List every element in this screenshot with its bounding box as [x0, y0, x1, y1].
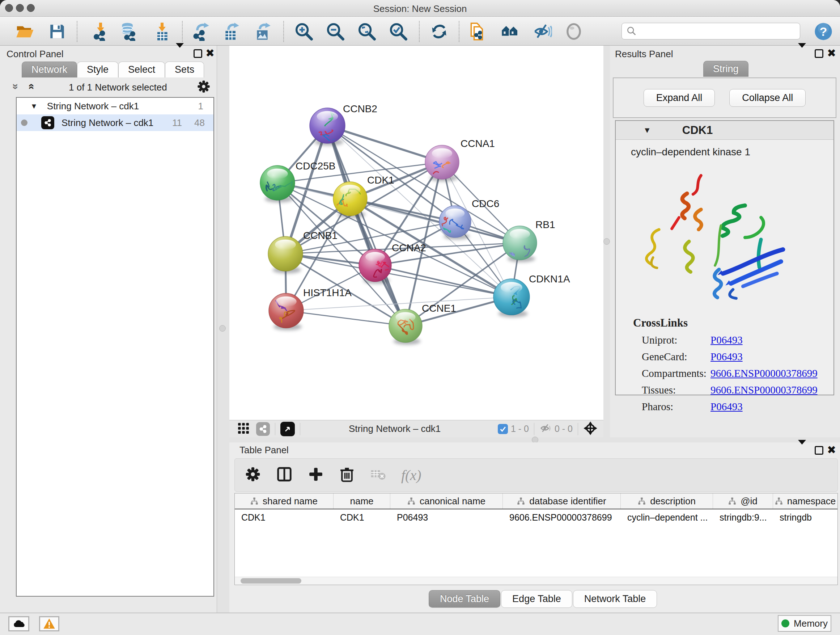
horizontal-splitter[interactable]	[229, 437, 840, 442]
results-panel-menu-icon[interactable]	[798, 48, 806, 58]
string-view-icon[interactable]	[256, 422, 270, 436]
show-graphics-button[interactable]	[564, 21, 584, 42]
tab-network-table[interactable]: Network Table	[573, 590, 657, 608]
import-network-file-button[interactable]	[90, 21, 111, 42]
crosslink-link[interactable]: 9606.ENSP00000378699	[711, 367, 818, 379]
tab-network[interactable]: Network	[22, 62, 77, 78]
control-panel-close-icon[interactable]: ✖	[205, 49, 215, 58]
crosslinks-heading: CrossLinks	[633, 317, 834, 329]
zoom-selected-button[interactable]	[388, 21, 409, 42]
zoom-fit-button[interactable]	[357, 21, 377, 42]
node-label: CDKN1A	[529, 273, 570, 285]
cell-shared-name: CDK1	[235, 512, 333, 523]
column-header[interactable]: shared name	[235, 494, 333, 509]
search-input[interactable]	[637, 26, 789, 37]
crosslink-link[interactable]: P06493	[711, 334, 743, 346]
export-network-button[interactable]	[191, 21, 211, 42]
crosslink-label: Pharos:	[642, 401, 711, 413]
table-horizontal-scrollbar[interactable]	[235, 577, 837, 585]
import-network-database-button[interactable]	[119, 21, 139, 42]
network-graph[interactable]: CCNB2CCNA1CDC25BCDK1CDC6RB1CCNB1CCNA2CDK…	[229, 46, 603, 420]
export-table-button[interactable]	[221, 21, 241, 42]
column-header[interactable]: canonical name	[390, 494, 503, 509]
crosslink-link[interactable]: P06493	[711, 351, 743, 363]
clone-network-button[interactable]	[468, 21, 488, 42]
tree-expand-icon[interactable]: ▼	[30, 102, 38, 111]
protein-section-header[interactable]: ▼ CDK1	[616, 121, 834, 140]
right-splitter-handle[interactable]	[603, 238, 610, 245]
node-label: CDC25B	[295, 160, 335, 172]
zoom-in-button[interactable]	[294, 21, 314, 42]
tab-sets[interactable]: Sets	[165, 62, 204, 78]
results-panel-close-icon[interactable]: ✖	[827, 49, 836, 58]
expand-all-networks-icon[interactable]: »	[24, 84, 36, 90]
export-image-button[interactable]	[252, 21, 272, 42]
network-selection-status: 1 of 1 Network selected	[69, 82, 167, 93]
right-splitter[interactable]	[603, 46, 610, 437]
left-splitter-handle[interactable]	[219, 325, 226, 332]
hide-unhide-button[interactable]	[532, 21, 553, 42]
table-panel: Table Panel ✖	[229, 442, 840, 613]
add-column-icon[interactable]	[308, 466, 324, 484]
control-panel-menu-icon[interactable]	[176, 48, 184, 58]
results-panel-float-icon[interactable]	[815, 49, 823, 58]
toolbar-separator	[182, 21, 183, 42]
tab-string[interactable]: String	[703, 61, 748, 77]
section-collapse-icon[interactable]: ▼	[643, 126, 651, 135]
table-row[interactable]: CDK1 CDK1 P06493 9606.ENSP00000378699 cy…	[235, 509, 837, 525]
string-network-icon	[41, 116, 54, 129]
memory-button[interactable]: Memory	[778, 615, 831, 632]
network-collection-row[interactable]: ▼ String Network – cdk1 1	[17, 98, 213, 114]
cell-namespace: stringdb	[773, 512, 837, 523]
warnings-button[interactable]	[39, 616, 59, 631]
crosslink-link[interactable]: 9606.ENSP00000378699	[711, 384, 818, 396]
scrollbar-thumb[interactable]	[240, 578, 302, 584]
function-builder-icon: f(x)	[401, 467, 422, 484]
tab-style[interactable]: Style	[77, 62, 118, 78]
expand-all-button[interactable]: Expand All	[644, 89, 715, 107]
table-panel-menu-icon[interactable]	[798, 445, 806, 455]
column-header[interactable]: description	[621, 494, 713, 509]
column-header[interactable]: @id	[713, 494, 773, 509]
collapse-all-networks-icon[interactable]: »	[10, 84, 22, 90]
selected-items-checkbox[interactable]	[498, 424, 508, 434]
show-columns-icon[interactable]	[276, 466, 293, 484]
save-session-button[interactable]	[47, 21, 67, 42]
open-session-button[interactable]	[14, 21, 35, 42]
home-view-button[interactable]	[500, 21, 521, 42]
network-row-selected[interactable]: String Network – cdk1 11 48	[17, 114, 213, 131]
toolbar-separator	[283, 21, 284, 42]
table-panel-float-icon[interactable]	[815, 446, 823, 455]
table-panel-close-icon[interactable]: ✖	[827, 445, 836, 455]
tab-edge-table[interactable]: Edge Table	[501, 590, 572, 608]
network-canvas[interactable]: CCNB2CCNA1CDC25BCDK1CDC6RB1CCNB1CCNA2CDK…	[229, 46, 603, 437]
tab-select[interactable]: Select	[118, 62, 165, 78]
help-button[interactable]: ?	[813, 21, 834, 42]
collapse-all-button[interactable]: Collapse All	[729, 89, 806, 107]
delete-column-trash-icon[interactable]	[339, 466, 355, 484]
network-options-gear-icon[interactable]	[197, 80, 210, 95]
node-label: CCNA1	[461, 138, 495, 149]
network-label: String Network – cdk1	[62, 117, 153, 128]
column-header[interactable]: database identifier	[503, 494, 621, 509]
tab-node-table[interactable]: Node Table	[429, 590, 500, 608]
cell-canonical-name: P06493	[390, 512, 503, 523]
column-header[interactable]: name	[333, 494, 390, 509]
network-view-dot-icon	[21, 119, 27, 126]
cloud-status-button[interactable]	[8, 616, 29, 631]
hidden-count: 0 - 0	[554, 424, 573, 434]
left-splitter[interactable]	[217, 46, 229, 613]
refresh-button[interactable]	[429, 21, 449, 42]
column-header[interactable]: namespace	[773, 494, 837, 509]
fit-content-crosshair-icon[interactable]	[583, 421, 598, 437]
memory-status-dot	[782, 619, 789, 627]
table-options-gear-icon[interactable]	[245, 466, 261, 484]
grid-view-icon[interactable]	[237, 422, 249, 436]
birds-eye-view-icon[interactable]	[280, 422, 295, 436]
title-bar: Session: New Session	[0, 0, 840, 17]
import-table-button[interactable]	[152, 21, 172, 42]
control-panel-float-icon[interactable]	[194, 49, 202, 58]
zoom-out-button[interactable]	[325, 21, 346, 42]
memory-label: Memory	[794, 618, 828, 629]
crosslink-link[interactable]: P06493	[711, 401, 743, 413]
